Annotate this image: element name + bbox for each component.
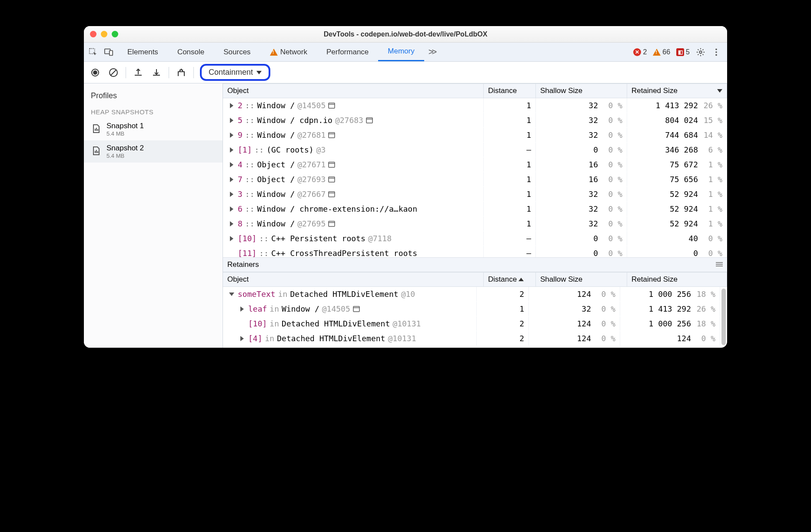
table-row[interactable]: 2 :: Window / @14505 1 320 % 1 413 29226…: [223, 98, 727, 113]
table-row[interactable]: 8 :: Window / @27695 1 320 % 52 9241 %: [223, 216, 727, 231]
column-shallow-size[interactable]: Shallow Size: [536, 84, 627, 98]
column-distance[interactable]: Distance: [484, 84, 536, 98]
tab-console[interactable]: Console: [168, 43, 214, 61]
table-row[interactable]: 3 :: Window / @27667 1 320 % 52 9241 %: [223, 187, 727, 202]
svg-rect-2: [110, 50, 113, 55]
table-row[interactable]: leaf in Window / @14505 1 320 % 1 413 29…: [223, 302, 720, 316]
svg-rect-23: [329, 162, 335, 167]
warning-icon: [653, 49, 661, 56]
table-row[interactable]: [4] in Detached HTMLDivElement @10131 2 …: [223, 331, 720, 346]
table-row[interactable]: someText in Detached HTMLDivElement @10 …: [223, 287, 720, 302]
error-count-badge[interactable]: ✕ 2: [633, 48, 647, 56]
save-profile-button[interactable]: [150, 66, 163, 79]
svg-rect-11: [95, 129, 96, 131]
svg-rect-14: [95, 151, 96, 153]
svg-point-5: [715, 51, 717, 53]
retainers-column-distance[interactable]: Distance: [484, 273, 536, 286]
tab-sources[interactable]: Sources: [214, 43, 260, 61]
perspective-dropdown[interactable]: Containment: [200, 64, 270, 81]
inspect-element-icon[interactable]: [88, 47, 98, 57]
detached-window-icon: [328, 162, 335, 168]
table-row[interactable]: [10] in Detached HTMLDivElement @10131 2…: [223, 316, 720, 331]
retainers-menu-icon[interactable]: [716, 260, 723, 269]
tabs-overflow-button[interactable]: >>: [424, 43, 439, 61]
settings-icon[interactable]: [696, 47, 705, 57]
expander-icon[interactable]: [230, 221, 233, 226]
retainers-column-shallow[interactable]: Shallow Size: [536, 273, 627, 286]
expander-icon[interactable]: [230, 147, 233, 153]
table-row[interactable]: 6 :: Window / chrome-extension://a…kaon …: [223, 202, 727, 216]
retainers-table-body[interactable]: someText in Detached HTMLDivElement @10 …: [223, 287, 720, 348]
perspective-dropdown-label: Containment: [209, 68, 253, 77]
expander-icon[interactable]: [229, 293, 234, 296]
table-row[interactable]: 5 :: Window / cdpn.io @27683 1 320 % 804…: [223, 113, 727, 128]
svg-rect-12: [96, 128, 97, 131]
svg-point-8: [93, 71, 97, 74]
detached-window-icon: [328, 103, 335, 109]
column-object[interactable]: Object: [223, 84, 484, 98]
sort-asc-icon: [519, 278, 524, 281]
objects-table-header: Object Distance Shallow Size Retained Si…: [223, 83, 727, 98]
detached-window-icon: [328, 176, 335, 183]
retainers-table-header: Object Distance Shallow Size Retained Si…: [223, 272, 727, 287]
retainers-scrollbar[interactable]: [720, 287, 727, 348]
svg-rect-27: [329, 192, 335, 197]
table-row[interactable]: [1] :: (GC roots) @3 – 00 % 346 2686 %: [223, 143, 727, 157]
expander-icon[interactable]: [230, 236, 233, 241]
retainers-column-retained[interactable]: Retained Size: [627, 273, 727, 286]
sidebar-section-heading: HEAP SNAPSHOTS: [84, 105, 223, 118]
expander-icon[interactable]: [230, 133, 233, 138]
sidebar-title: Profiles: [84, 87, 223, 105]
tab-performance[interactable]: Performance: [317, 43, 378, 61]
table-row[interactable]: 7 :: Object / @27693 1 160 % 75 6561 %: [223, 172, 727, 187]
expander-icon[interactable]: [230, 192, 233, 197]
warning-count-badge[interactable]: 66: [653, 48, 670, 56]
retainers-column-object[interactable]: Object: [223, 273, 484, 286]
svg-rect-34: [353, 306, 359, 312]
column-retained-size[interactable]: Retained Size: [627, 84, 727, 98]
expander-icon[interactable]: [230, 118, 233, 123]
window-title: DevTools - codepen.io/web-dot-dev/live/P…: [84, 30, 727, 38]
tab-memory[interactable]: Memory: [378, 43, 424, 61]
svg-line-10: [111, 70, 116, 75]
load-profile-button[interactable]: [132, 66, 144, 79]
snapshot-item[interactable]: Snapshot 2 5.4 MB: [84, 140, 223, 163]
svg-rect-19: [366, 118, 372, 123]
tab-elements[interactable]: Elements: [118, 43, 168, 61]
title-bar: DevTools - codepen.io/web-dot-dev/live/P…: [84, 26, 727, 43]
issues-count-badge[interactable]: ◧ 5: [676, 48, 690, 56]
table-row[interactable]: 4 :: Object / @27671 1 160 % 75 6721 %: [223, 157, 727, 172]
devtools-window: DevTools - codepen.io/web-dot-dev/live/P…: [84, 26, 727, 348]
error-icon: ✕: [633, 48, 641, 56]
clear-button[interactable]: [107, 66, 120, 79]
svg-point-4: [715, 48, 717, 50]
chevron-down-icon: [256, 71, 262, 74]
retainers-section-header[interactable]: Retainers: [223, 257, 727, 272]
record-button[interactable]: [89, 66, 101, 79]
expander-icon[interactable]: [230, 103, 233, 108]
heap-snapshot-icon: [91, 146, 101, 157]
more-options-icon[interactable]: [711, 47, 721, 57]
detached-window-icon: [366, 117, 373, 123]
snapshot-item[interactable]: Snapshot 1 5.4 MB: [84, 118, 223, 140]
expander-icon[interactable]: [230, 177, 233, 182]
expander-icon[interactable]: [230, 206, 233, 212]
svg-rect-16: [97, 151, 98, 153]
memory-toolbar: Containment: [84, 62, 727, 83]
expander-icon[interactable]: [230, 162, 233, 167]
svg-rect-15: [96, 150, 97, 153]
detached-window-icon: [353, 306, 360, 312]
expander-icon[interactable]: [240, 336, 244, 341]
collect-garbage-button[interactable]: [175, 66, 187, 79]
profiles-sidebar: Profiles HEAP SNAPSHOTS Snapshot 1 5.4 M…: [84, 83, 223, 348]
panel-tabs-bar: ElementsConsoleSourcesNetworkPerformance…: [84, 43, 727, 62]
table-row[interactable]: 9 :: Window / @27681 1 320 % 744 68414 %: [223, 128, 727, 143]
expander-icon[interactable]: [240, 306, 244, 312]
table-row[interactable]: [11] :: C++ CrossThreadPersistent roots …: [223, 246, 727, 257]
warning-icon: [270, 49, 278, 56]
objects-table-body[interactable]: 2 :: Window / @14505 1 320 % 1 413 29226…: [223, 98, 727, 257]
tab-network[interactable]: Network: [260, 43, 317, 61]
table-row[interactable]: [10] :: C++ Persistent roots @7118 – 00 …: [223, 231, 727, 246]
detached-window-icon: [328, 221, 335, 227]
device-toolbar-icon[interactable]: [104, 47, 113, 57]
